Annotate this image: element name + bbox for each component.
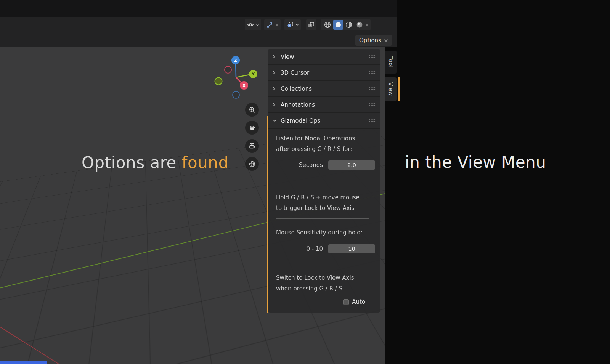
listen-text-line2: after pressing G / R / S for: bbox=[268, 144, 380, 154]
chevron-down-icon bbox=[273, 119, 279, 122]
chevron-down-icon bbox=[295, 24, 299, 26]
gizmo-axis-neg-z[interactable] bbox=[233, 91, 239, 98]
gizmo-y-label: Y bbox=[251, 72, 255, 77]
sensitivity-label: Mouse Sensitivity during hold: bbox=[268, 227, 380, 238]
options-menu-button[interactable]: Options bbox=[355, 35, 392, 46]
viewport-header: Options bbox=[0, 17, 396, 47]
bottom-progress-bar bbox=[0, 361, 47, 364]
shading-rendered-button[interactable] bbox=[355, 20, 364, 30]
visibility-eye-icon bbox=[247, 21, 254, 29]
switch-text-line2: when pressing G / R / S bbox=[268, 283, 380, 294]
caption-left: Options are found bbox=[82, 153, 229, 172]
drag-grip-icon[interactable] bbox=[369, 55, 376, 58]
range-label: 0 - 10 bbox=[276, 245, 328, 252]
panel-label: Collections bbox=[281, 85, 369, 92]
perspective-toggle-button[interactable] bbox=[245, 157, 259, 171]
drag-grip-icon[interactable] bbox=[369, 119, 376, 122]
panel-header-gizmodal-ops[interactable]: Gizmodal Ops bbox=[268, 113, 380, 129]
active-tab-accent bbox=[398, 77, 400, 101]
zoom-icon bbox=[249, 106, 255, 113]
tab-tool-label: Tool bbox=[388, 56, 394, 68]
tab-tool[interactable]: Tool bbox=[385, 51, 396, 74]
sensitivity-value-field[interactable]: 10 bbox=[328, 244, 375, 253]
active-panel-accent bbox=[267, 116, 268, 313]
hand-icon bbox=[249, 124, 255, 131]
pan-button[interactable] bbox=[245, 121, 259, 135]
listen-text-line1: Listen for Modal Operations bbox=[268, 133, 380, 144]
caption-left-text: Options are bbox=[82, 153, 182, 172]
panel-header-collections[interactable]: Collections bbox=[268, 81, 380, 97]
camera-view-button[interactable] bbox=[245, 139, 259, 153]
shading-material-button[interactable] bbox=[344, 20, 354, 30]
panel-label: Annotations bbox=[281, 101, 369, 108]
chevron-down-icon bbox=[384, 39, 388, 42]
blender-screen: Options Options are found Z Y bbox=[0, 0, 610, 364]
chevron-right-icon bbox=[273, 103, 279, 107]
chevron-down-icon bbox=[256, 24, 259, 26]
divider bbox=[276, 185, 369, 185]
camera-icon bbox=[249, 143, 256, 149]
tab-view-label: View bbox=[388, 82, 394, 96]
divider bbox=[276, 218, 369, 219]
chevron-down-icon bbox=[365, 24, 369, 26]
overlays-toggle-button[interactable] bbox=[284, 19, 301, 30]
seconds-value-field[interactable]: 2.0 bbox=[328, 160, 375, 170]
gizmodal-ops-content: Listen for Modal Operations after pressi… bbox=[268, 129, 380, 306]
panel-header-annotations[interactable]: Annotations bbox=[268, 97, 380, 113]
drag-grip-icon[interactable] bbox=[369, 103, 376, 106]
auto-checkbox[interactable] bbox=[343, 299, 349, 305]
sidebar-panel: View 3D Cursor Collections Annotations bbox=[268, 49, 380, 313]
options-menu-label: Options bbox=[359, 37, 381, 44]
gizmos-toggle-button[interactable] bbox=[264, 19, 281, 30]
seconds-label: Seconds bbox=[276, 162, 328, 168]
seconds-row: Seconds 2.0 bbox=[276, 160, 375, 170]
overlays-icon bbox=[286, 21, 294, 29]
xray-icon bbox=[307, 21, 315, 29]
gizmo-x-label: X bbox=[242, 83, 246, 88]
chevron-right-icon bbox=[273, 87, 279, 91]
navigation-gizmo[interactable]: Z Y X bbox=[212, 53, 261, 101]
auto-row: Auto bbox=[268, 298, 380, 306]
zoom-button[interactable] bbox=[245, 103, 259, 117]
panel-label: 3D Cursor bbox=[281, 69, 369, 76]
panel-header-view[interactable]: View bbox=[268, 49, 380, 65]
viewport-header-toolbar bbox=[245, 19, 371, 30]
drag-grip-icon[interactable] bbox=[369, 87, 376, 90]
gizmo-arrow-icon bbox=[266, 21, 274, 29]
top-bar bbox=[0, 0, 396, 17]
hold-text-line2: to trigger Lock to View Axis bbox=[268, 203, 380, 213]
grid-sphere-icon bbox=[249, 160, 256, 168]
shading-mode-group bbox=[321, 19, 371, 30]
xray-toggle-button[interactable] bbox=[306, 19, 316, 30]
gizmo-axis-neg-y[interactable] bbox=[215, 78, 222, 85]
switch-text-line1: Switch to Lock to View Axis bbox=[268, 273, 380, 283]
chevron-right-icon bbox=[273, 71, 279, 75]
panel-header-3d-cursor[interactable]: 3D Cursor bbox=[268, 65, 380, 81]
chevron-right-icon bbox=[273, 55, 279, 59]
object-visibility-button[interactable] bbox=[245, 19, 261, 30]
caption-left-highlight: found bbox=[182, 153, 229, 172]
chevron-down-icon bbox=[275, 24, 279, 26]
auto-checkbox-label: Auto bbox=[352, 298, 365, 305]
drag-grip-icon[interactable] bbox=[369, 71, 376, 74]
shading-solid-button[interactable] bbox=[333, 20, 343, 30]
shading-wireframe-button[interactable] bbox=[323, 20, 332, 30]
hold-text-line1: Hold G / R / S + move mouse bbox=[268, 192, 380, 203]
caption-right: in the View Menu bbox=[405, 153, 546, 172]
sensitivity-row: 0 - 10 10 bbox=[276, 244, 375, 253]
panel-label: Gizmodal Ops bbox=[281, 117, 369, 124]
gizmo-z-label: Z bbox=[234, 58, 237, 63]
tab-view[interactable]: View bbox=[385, 77, 396, 101]
panel-label: View bbox=[281, 53, 369, 60]
gizmo-axis-neg-x[interactable] bbox=[225, 66, 231, 73]
